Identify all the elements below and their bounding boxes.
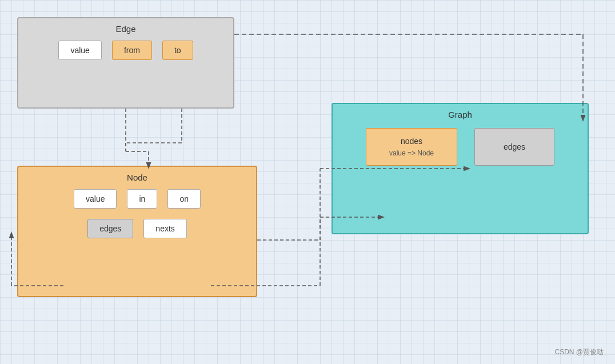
node-field-edges: edges xyxy=(87,219,133,238)
edge-title: Edge xyxy=(18,24,233,34)
edge-fields: value from to xyxy=(18,41,233,60)
graph-nodes-sub: value => Node xyxy=(382,149,441,157)
node-title: Node xyxy=(18,173,256,182)
edge-field-value: value xyxy=(58,41,101,60)
edge-field-to: to xyxy=(162,41,193,60)
graph-fields: nodes value => Node edges xyxy=(333,128,588,166)
graph-title: Graph xyxy=(333,110,588,119)
node-field-on: on xyxy=(167,189,201,209)
node-field-nexts: nexts xyxy=(143,219,186,238)
node-field-value: value xyxy=(74,189,117,209)
graph-box: Graph nodes value => Node edges xyxy=(332,103,589,234)
node-field-in: in xyxy=(127,189,157,209)
watermark: CSDN @贾俊哒 xyxy=(554,347,604,357)
edge-field-from: from xyxy=(112,41,152,60)
graph-nodes-field: nodes value => Node xyxy=(366,128,457,166)
node-fields-row2: edges nexts xyxy=(18,219,256,238)
graph-edges-label: edges xyxy=(504,142,525,151)
node-fields-row1: value in on xyxy=(18,189,256,209)
graph-edges-field: edges xyxy=(474,128,554,166)
edge-box: Edge value from to xyxy=(17,17,234,109)
graph-nodes-label: nodes xyxy=(382,137,441,146)
diagram-container: Edge value from to Node value in on xyxy=(0,0,615,364)
node-box: Node value in on edges nexts xyxy=(17,166,257,297)
